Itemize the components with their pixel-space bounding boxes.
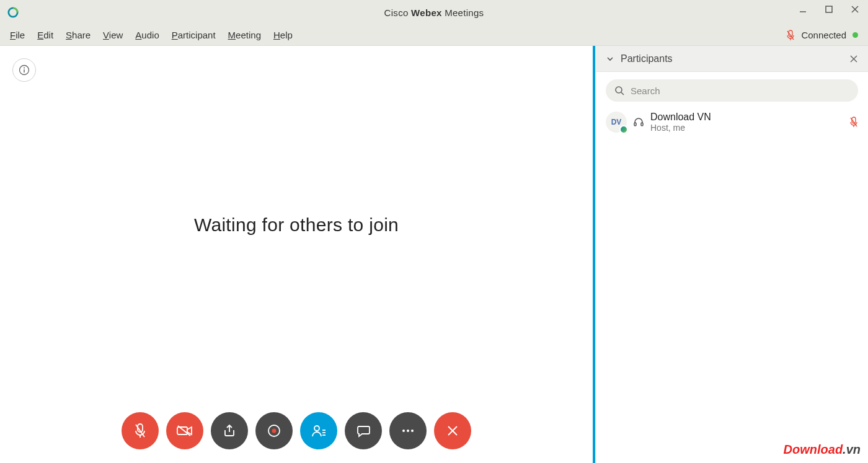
menu-audio[interactable]: Audio bbox=[129, 27, 165, 43]
participant-mic-muted-icon bbox=[849, 117, 858, 128]
close-button[interactable] bbox=[842, 0, 868, 19]
video-stage: Waiting for others to join bbox=[0, 46, 593, 463]
window-title-prefix: Cisco bbox=[384, 7, 411, 18]
avatar-badge-icon bbox=[619, 125, 628, 134]
more-button[interactable] bbox=[389, 412, 427, 449]
svg-point-24 bbox=[407, 430, 409, 432]
watermark-suffix: .vn bbox=[843, 443, 861, 456]
waiting-message: Waiting for others to join bbox=[194, 214, 399, 236]
participants-icon bbox=[311, 423, 327, 438]
svg-line-31 bbox=[621, 92, 624, 95]
participant-row[interactable]: DV Download VN Host, me bbox=[596, 107, 868, 138]
mic-icon bbox=[133, 422, 148, 439]
svg-rect-33 bbox=[641, 123, 643, 126]
chevron-down-icon[interactable] bbox=[606, 55, 614, 63]
webex-logo-icon bbox=[7, 7, 19, 18]
mute-button[interactable] bbox=[122, 412, 159, 449]
svg-rect-14 bbox=[177, 427, 187, 434]
window-title-suffix: Meetings bbox=[442, 7, 484, 18]
record-button[interactable] bbox=[255, 412, 293, 449]
camera-icon bbox=[176, 425, 193, 437]
mic-muted-icon bbox=[786, 30, 795, 41]
info-button[interactable] bbox=[12, 58, 36, 82]
chat-button[interactable] bbox=[345, 412, 382, 449]
connection-status: Connected bbox=[786, 30, 858, 41]
avatar-initials: DV bbox=[611, 118, 622, 126]
watermark-main: Download bbox=[784, 443, 843, 456]
window-title-bold: Webex bbox=[411, 7, 442, 18]
svg-point-25 bbox=[411, 430, 414, 432]
menu-help[interactable]: Help bbox=[267, 27, 299, 43]
svg-rect-2 bbox=[826, 6, 832, 12]
svg-point-9 bbox=[24, 68, 25, 69]
menu-participant[interactable]: Participant bbox=[166, 27, 222, 43]
panel-header: Participants bbox=[596, 46, 868, 72]
avatar: DV bbox=[606, 112, 627, 133]
panel-close-button[interactable] bbox=[849, 55, 858, 63]
minimize-button[interactable] bbox=[790, 0, 816, 19]
participant-name: Download VN bbox=[650, 112, 843, 123]
participants-button[interactable] bbox=[300, 412, 337, 449]
search-input[interactable] bbox=[631, 86, 849, 96]
menu-file[interactable]: File bbox=[4, 27, 31, 43]
status-dot-icon bbox=[852, 32, 858, 38]
search-icon bbox=[614, 86, 624, 95]
headphone-icon bbox=[633, 117, 644, 128]
maximize-button[interactable] bbox=[816, 0, 842, 19]
participant-role: Host, me bbox=[650, 123, 843, 133]
record-icon bbox=[267, 423, 281, 438]
chat-icon bbox=[356, 423, 371, 438]
menu-edit[interactable]: Edit bbox=[31, 27, 60, 43]
meeting-controls bbox=[122, 412, 471, 449]
end-meeting-button[interactable] bbox=[434, 412, 471, 449]
svg-point-23 bbox=[402, 430, 405, 432]
window-controls bbox=[790, 0, 868, 19]
menubar: File Edit Share View Audio Participant M… bbox=[0, 25, 868, 46]
menu-share[interactable]: Share bbox=[60, 27, 97, 43]
search-box[interactable] bbox=[606, 79, 858, 102]
close-icon bbox=[446, 425, 459, 437]
svg-point-19 bbox=[314, 426, 319, 431]
connected-label: Connected bbox=[801, 30, 846, 40]
participant-info: Download VN Host, me bbox=[650, 112, 843, 133]
svg-rect-32 bbox=[634, 123, 636, 126]
svg-point-18 bbox=[272, 429, 277, 433]
content-area: Waiting for others to join bbox=[0, 46, 868, 463]
video-button[interactable] bbox=[166, 412, 203, 449]
menu-view[interactable]: View bbox=[97, 27, 129, 43]
menu-meeting[interactable]: Meeting bbox=[222, 27, 267, 43]
watermark: Download.vn bbox=[784, 443, 861, 457]
svg-point-30 bbox=[616, 87, 622, 93]
titlebar: Cisco Webex Meetings bbox=[0, 0, 868, 25]
share-button[interactable] bbox=[211, 412, 248, 449]
participants-panel: Participants DV Download VN Host, me bbox=[595, 46, 868, 463]
info-icon bbox=[19, 64, 30, 76]
search-container bbox=[596, 72, 868, 107]
window-title: Cisco Webex Meetings bbox=[384, 7, 484, 18]
more-icon bbox=[401, 428, 415, 433]
share-icon bbox=[222, 423, 237, 438]
panel-title: Participants bbox=[621, 53, 673, 64]
